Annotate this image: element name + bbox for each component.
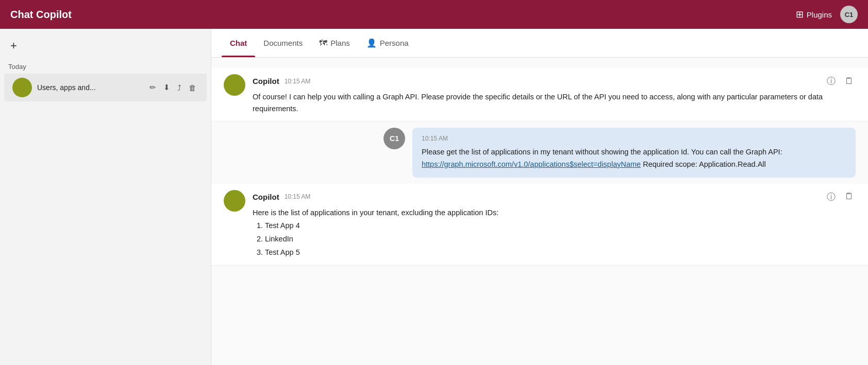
message-header-2: Copilot 10:15 AM ⓘ 🗒 — [253, 190, 856, 204]
main-layout: + Today Users, apps and... ✏ ⬇ ⤴ 🗑 Chat … — [0, 29, 868, 365]
user-msg-time: 10:15 AM — [422, 135, 448, 142]
delete-chat-button[interactable]: 🗑 — [187, 82, 198, 93]
share-chat-button[interactable]: ⤴ — [175, 82, 183, 93]
tab-documents-label: Documents — [263, 39, 303, 47]
message-header: Copilot 10:15 AM ⓘ 🗒 — [253, 74, 856, 88]
user-initials: C1 — [390, 134, 399, 143]
sidebar-top: + — [0, 29, 211, 59]
list-item: LinkedIn — [265, 232, 856, 246]
tab-persona-label: Persona — [380, 39, 409, 47]
message-text-2: Here is the list of applications in your… — [253, 207, 856, 259]
info-button[interactable]: ⓘ — [825, 74, 838, 88]
app-list: Test App 4 LinkedIn Test App 5 — [253, 219, 856, 259]
user-message-row: C1 10:15 AM Please get the list of appli… — [211, 121, 868, 183]
message-content: Copilot 10:15 AM ⓘ 🗒 Of course! I can he… — [253, 74, 856, 115]
user-msg-header: 10:15 AM — [422, 135, 846, 142]
app-header: Chat Copilot ⊞ Plugins C1 — [0, 0, 868, 29]
tab-chat-label: Chat — [230, 39, 247, 47]
list-item: Test App 4 — [265, 219, 856, 232]
new-chat-button[interactable]: + — [8, 37, 19, 55]
graph-api-link[interactable]: https://graph.microsoft.com/v1.0/applica… — [422, 160, 641, 168]
plans-icon: 🗺 — [319, 39, 327, 48]
message-text: Of course! I can help you with calling a… — [253, 91, 856, 115]
message-row: Copilot 10:15 AM ⓘ 🗒 Of course! I can he… — [211, 68, 868, 121]
sender-info-2: Copilot 10:15 AM — [253, 193, 310, 201]
chat-list-item[interactable]: Users, apps and... ✏ ⬇ ⤴ 🗑 — [4, 74, 207, 101]
plugins-button[interactable]: ⊞ Plugins — [796, 9, 832, 20]
copilot-avatar-2 — [224, 190, 245, 212]
info-button-2[interactable]: ⓘ — [825, 190, 838, 204]
chat-item-avatar — [12, 78, 32, 97]
tab-plans[interactable]: 🗺 Plans — [311, 29, 358, 57]
message-time: 10:15 AM — [285, 78, 311, 85]
message-row: Copilot 10:15 AM ⓘ 🗒 Here is the list of… — [211, 184, 868, 266]
user-msg-text: Please get the list of applications in m… — [422, 146, 846, 170]
tab-documents[interactable]: Documents — [255, 29, 311, 57]
content-area: Chat Documents 🗺 Plans 👤 Persona — [211, 29, 868, 365]
user-message-bubble: 10:15 AM Please get the list of applicat… — [412, 128, 856, 177]
copilot-avatar — [224, 74, 245, 96]
message-sender: Copilot — [253, 77, 279, 85]
plus-icon: + — [10, 39, 17, 53]
sidebar-section-today: Today — [0, 59, 211, 74]
plugins-label: Plugins — [807, 10, 832, 19]
list-item: Test App 5 — [265, 246, 856, 259]
message-actions: ⓘ 🗒 — [825, 74, 856, 88]
header-right: ⊞ Plugins C1 — [796, 6, 858, 23]
sidebar: + Today Users, apps and... ✏ ⬇ ⤴ 🗑 — [0, 29, 211, 365]
persona-icon: 👤 — [366, 38, 377, 48]
message-actions-2: ⓘ 🗒 — [825, 190, 856, 204]
message-intro: Here is the list of applications in your… — [253, 208, 498, 217]
messages-area[interactable]: Copilot 10:15 AM ⓘ 🗒 Of course! I can he… — [211, 58, 868, 365]
plugins-icon: ⊞ — [796, 9, 804, 20]
copy-button[interactable]: 🗒 — [843, 75, 856, 88]
app-title: Chat Copilot — [10, 9, 72, 21]
tab-persona[interactable]: 👤 Persona — [358, 29, 417, 57]
message-time-2: 10:15 AM — [285, 193, 311, 200]
tab-plans-label: Plans — [330, 39, 350, 47]
user-avatar: C1 — [383, 128, 405, 149]
tab-chat[interactable]: Chat — [222, 29, 255, 57]
chat-item-title: Users, apps and... — [37, 83, 142, 92]
sender-info: Copilot 10:15 AM — [253, 77, 310, 85]
user-avatar-header[interactable]: C1 — [840, 6, 858, 23]
edit-chat-button[interactable]: ✏ — [147, 82, 158, 93]
message-sender-2: Copilot — [253, 193, 279, 201]
chat-item-actions: ✏ ⬇ ⤴ 🗑 — [147, 82, 198, 93]
user-text-before: Please get the list of applications in m… — [422, 148, 782, 156]
download-chat-button[interactable]: ⬇ — [161, 82, 172, 93]
tabs-bar: Chat Documents 🗺 Plans 👤 Persona — [211, 29, 868, 58]
user-text-after: Required scope: Application.Read.All — [641, 160, 766, 168]
message-content-2: Copilot 10:15 AM ⓘ 🗒 Here is the list of… — [253, 190, 856, 259]
copy-button-2[interactable]: 🗒 — [843, 190, 856, 203]
